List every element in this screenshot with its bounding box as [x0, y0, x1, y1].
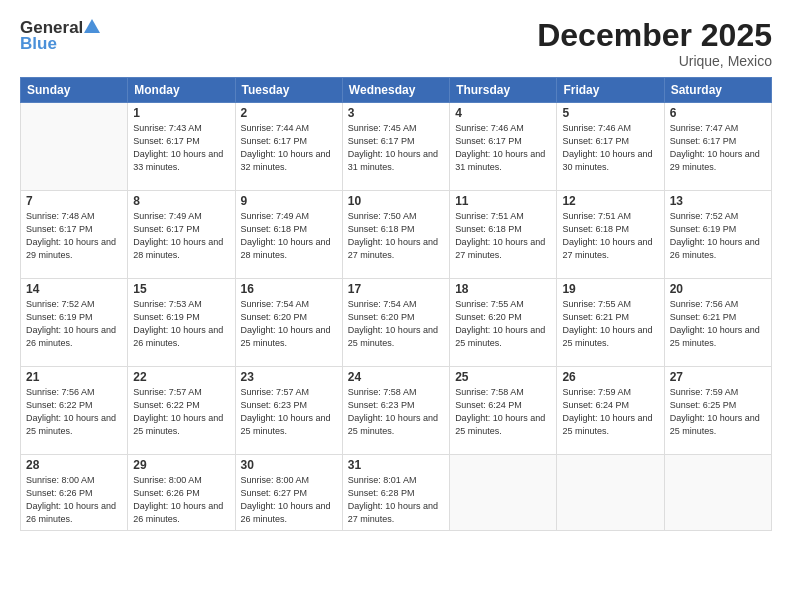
week-row-1: 1Sunrise: 7:43 AM Sunset: 6:17 PM Daylig…	[21, 103, 772, 191]
day-cell: 21Sunrise: 7:56 AM Sunset: 6:22 PM Dayli…	[21, 367, 128, 455]
calendar: Sunday Monday Tuesday Wednesday Thursday…	[20, 77, 772, 531]
col-thursday: Thursday	[450, 78, 557, 103]
col-sunday: Sunday	[21, 78, 128, 103]
day-info: Sunrise: 7:46 AM Sunset: 6:17 PM Dayligh…	[562, 122, 658, 174]
day-cell: 14Sunrise: 7:52 AM Sunset: 6:19 PM Dayli…	[21, 279, 128, 367]
page: General Blue December 2025 Urique, Mexic…	[0, 0, 792, 612]
day-info: Sunrise: 7:51 AM Sunset: 6:18 PM Dayligh…	[455, 210, 551, 262]
day-info: Sunrise: 7:54 AM Sunset: 6:20 PM Dayligh…	[241, 298, 337, 350]
day-info: Sunrise: 7:51 AM Sunset: 6:18 PM Dayligh…	[562, 210, 658, 262]
day-info: Sunrise: 7:46 AM Sunset: 6:17 PM Dayligh…	[455, 122, 551, 174]
day-info: Sunrise: 7:53 AM Sunset: 6:19 PM Dayligh…	[133, 298, 229, 350]
day-info: Sunrise: 7:52 AM Sunset: 6:19 PM Dayligh…	[26, 298, 122, 350]
logo-blue: Blue	[20, 34, 57, 54]
week-row-4: 21Sunrise: 7:56 AM Sunset: 6:22 PM Dayli…	[21, 367, 772, 455]
day-number: 17	[348, 282, 444, 296]
day-number: 27	[670, 370, 766, 384]
day-number: 28	[26, 458, 122, 472]
day-cell: 30Sunrise: 8:00 AM Sunset: 6:27 PM Dayli…	[235, 455, 342, 531]
svg-marker-0	[84, 19, 100, 33]
day-info: Sunrise: 7:44 AM Sunset: 6:17 PM Dayligh…	[241, 122, 337, 174]
day-number: 26	[562, 370, 658, 384]
col-wednesday: Wednesday	[342, 78, 449, 103]
day-number: 15	[133, 282, 229, 296]
day-info: Sunrise: 7:57 AM Sunset: 6:22 PM Dayligh…	[133, 386, 229, 438]
logo-bird-icon	[84, 19, 100, 33]
day-cell: 6Sunrise: 7:47 AM Sunset: 6:17 PM Daylig…	[664, 103, 771, 191]
day-cell: 7Sunrise: 7:48 AM Sunset: 6:17 PM Daylig…	[21, 191, 128, 279]
month-title: December 2025	[537, 18, 772, 53]
day-info: Sunrise: 8:00 AM Sunset: 6:27 PM Dayligh…	[241, 474, 337, 526]
day-info: Sunrise: 7:57 AM Sunset: 6:23 PM Dayligh…	[241, 386, 337, 438]
day-info: Sunrise: 7:48 AM Sunset: 6:17 PM Dayligh…	[26, 210, 122, 262]
day-cell: 18Sunrise: 7:55 AM Sunset: 6:20 PM Dayli…	[450, 279, 557, 367]
day-number: 24	[348, 370, 444, 384]
day-info: Sunrise: 7:49 AM Sunset: 6:17 PM Dayligh…	[133, 210, 229, 262]
col-saturday: Saturday	[664, 78, 771, 103]
day-number: 12	[562, 194, 658, 208]
week-row-2: 7Sunrise: 7:48 AM Sunset: 6:17 PM Daylig…	[21, 191, 772, 279]
day-cell	[450, 455, 557, 531]
day-info: Sunrise: 7:54 AM Sunset: 6:20 PM Dayligh…	[348, 298, 444, 350]
day-info: Sunrise: 7:56 AM Sunset: 6:21 PM Dayligh…	[670, 298, 766, 350]
day-cell: 2Sunrise: 7:44 AM Sunset: 6:17 PM Daylig…	[235, 103, 342, 191]
day-cell: 5Sunrise: 7:46 AM Sunset: 6:17 PM Daylig…	[557, 103, 664, 191]
day-cell: 26Sunrise: 7:59 AM Sunset: 6:24 PM Dayli…	[557, 367, 664, 455]
header-row: Sunday Monday Tuesday Wednesday Thursday…	[21, 78, 772, 103]
day-cell: 16Sunrise: 7:54 AM Sunset: 6:20 PM Dayli…	[235, 279, 342, 367]
day-number: 10	[348, 194, 444, 208]
col-monday: Monday	[128, 78, 235, 103]
day-number: 9	[241, 194, 337, 208]
day-cell: 13Sunrise: 7:52 AM Sunset: 6:19 PM Dayli…	[664, 191, 771, 279]
day-cell: 22Sunrise: 7:57 AM Sunset: 6:22 PM Dayli…	[128, 367, 235, 455]
day-info: Sunrise: 7:58 AM Sunset: 6:24 PM Dayligh…	[455, 386, 551, 438]
week-row-5: 28Sunrise: 8:00 AM Sunset: 6:26 PM Dayli…	[21, 455, 772, 531]
day-info: Sunrise: 8:01 AM Sunset: 6:28 PM Dayligh…	[348, 474, 444, 526]
day-number: 31	[348, 458, 444, 472]
day-cell: 17Sunrise: 7:54 AM Sunset: 6:20 PM Dayli…	[342, 279, 449, 367]
title-section: December 2025 Urique, Mexico	[537, 18, 772, 69]
day-number: 30	[241, 458, 337, 472]
day-info: Sunrise: 7:58 AM Sunset: 6:23 PM Dayligh…	[348, 386, 444, 438]
day-info: Sunrise: 7:45 AM Sunset: 6:17 PM Dayligh…	[348, 122, 444, 174]
day-cell	[557, 455, 664, 531]
day-info: Sunrise: 8:00 AM Sunset: 6:26 PM Dayligh…	[26, 474, 122, 526]
day-number: 21	[26, 370, 122, 384]
day-number: 7	[26, 194, 122, 208]
day-info: Sunrise: 7:43 AM Sunset: 6:17 PM Dayligh…	[133, 122, 229, 174]
day-cell: 25Sunrise: 7:58 AM Sunset: 6:24 PM Dayli…	[450, 367, 557, 455]
day-cell	[664, 455, 771, 531]
day-number: 4	[455, 106, 551, 120]
day-number: 18	[455, 282, 551, 296]
day-cell: 9Sunrise: 7:49 AM Sunset: 6:18 PM Daylig…	[235, 191, 342, 279]
day-cell	[21, 103, 128, 191]
col-tuesday: Tuesday	[235, 78, 342, 103]
day-cell: 24Sunrise: 7:58 AM Sunset: 6:23 PM Dayli…	[342, 367, 449, 455]
day-info: Sunrise: 7:47 AM Sunset: 6:17 PM Dayligh…	[670, 122, 766, 174]
day-cell: 27Sunrise: 7:59 AM Sunset: 6:25 PM Dayli…	[664, 367, 771, 455]
day-cell: 3Sunrise: 7:45 AM Sunset: 6:17 PM Daylig…	[342, 103, 449, 191]
day-number: 20	[670, 282, 766, 296]
day-number: 23	[241, 370, 337, 384]
week-row-3: 14Sunrise: 7:52 AM Sunset: 6:19 PM Dayli…	[21, 279, 772, 367]
day-number: 14	[26, 282, 122, 296]
day-info: Sunrise: 7:55 AM Sunset: 6:20 PM Dayligh…	[455, 298, 551, 350]
day-info: Sunrise: 8:00 AM Sunset: 6:26 PM Dayligh…	[133, 474, 229, 526]
day-cell: 4Sunrise: 7:46 AM Sunset: 6:17 PM Daylig…	[450, 103, 557, 191]
day-number: 3	[348, 106, 444, 120]
day-cell: 29Sunrise: 8:00 AM Sunset: 6:26 PM Dayli…	[128, 455, 235, 531]
col-friday: Friday	[557, 78, 664, 103]
day-info: Sunrise: 7:59 AM Sunset: 6:24 PM Dayligh…	[562, 386, 658, 438]
day-number: 6	[670, 106, 766, 120]
day-number: 2	[241, 106, 337, 120]
day-number: 8	[133, 194, 229, 208]
day-number: 11	[455, 194, 551, 208]
day-info: Sunrise: 7:59 AM Sunset: 6:25 PM Dayligh…	[670, 386, 766, 438]
day-cell: 31Sunrise: 8:01 AM Sunset: 6:28 PM Dayli…	[342, 455, 449, 531]
day-number: 13	[670, 194, 766, 208]
day-info: Sunrise: 7:56 AM Sunset: 6:22 PM Dayligh…	[26, 386, 122, 438]
day-cell: 20Sunrise: 7:56 AM Sunset: 6:21 PM Dayli…	[664, 279, 771, 367]
day-info: Sunrise: 7:50 AM Sunset: 6:18 PM Dayligh…	[348, 210, 444, 262]
day-number: 19	[562, 282, 658, 296]
day-info: Sunrise: 7:55 AM Sunset: 6:21 PM Dayligh…	[562, 298, 658, 350]
